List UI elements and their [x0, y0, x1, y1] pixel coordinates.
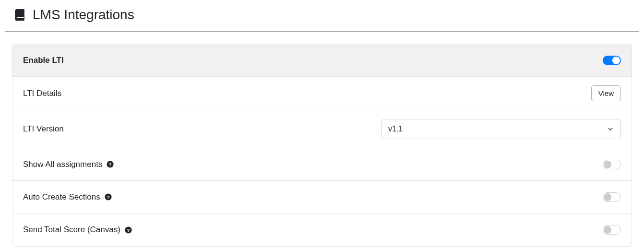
svg-text:?: ? [127, 227, 130, 233]
row-enable-lti: Enable LTI [12, 44, 632, 77]
svg-text:?: ? [109, 162, 112, 167]
page-title: LMS Integrations [33, 7, 134, 23]
toggle-show-all-assignments[interactable] [603, 160, 621, 169]
row-lti-version: LTI Version v1.1 [12, 110, 632, 148]
page-header: LMS Integrations [5, 7, 639, 32]
row-send-total-score: Send Total Score (Canvas) ? [12, 213, 632, 246]
label-enable-lti: Enable LTI [23, 56, 64, 65]
view-button[interactable]: View [591, 85, 621, 101]
label-lti-version: LTI Version [23, 124, 64, 134]
help-icon[interactable]: ? [104, 193, 112, 201]
label-lti-details: LTI Details [23, 89, 61, 98]
lti-version-select[interactable]: v1.1 [381, 119, 621, 139]
row-show-all-assignments: Show All assignments ? [12, 148, 632, 181]
toggle-enable-lti[interactable] [603, 56, 621, 65]
settings-panel: Enable LTI LTI Details View LTI Version … [12, 44, 632, 247]
book-icon [13, 9, 26, 21]
svg-text:?: ? [107, 194, 109, 200]
help-icon[interactable]: ? [106, 160, 114, 168]
toggle-send-total-score[interactable] [603, 225, 621, 235]
help-icon[interactable]: ? [124, 226, 132, 234]
row-lti-details: LTI Details View [12, 77, 632, 110]
label-auto-create-sections: Auto Create Sections ? [23, 192, 112, 202]
label-send-total-score: Send Total Score (Canvas) ? [23, 225, 132, 235]
toggle-auto-create-sections[interactable] [603, 192, 621, 202]
row-auto-create-sections: Auto Create Sections ? [12, 181, 632, 213]
label-show-all-assignments: Show All assignments ? [23, 160, 114, 169]
